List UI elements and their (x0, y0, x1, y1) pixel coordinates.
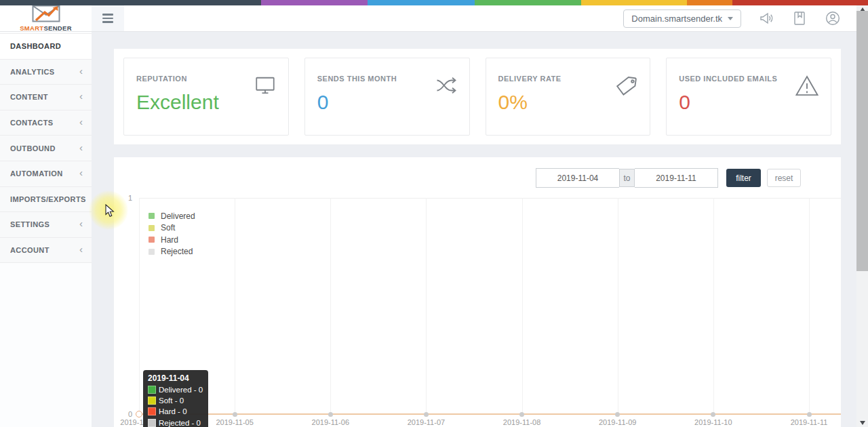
sidebar-item-contacts[interactable]: CONTACTS‹ (0, 110, 92, 136)
sidebar-item-content[interactable]: CONTENT‹ (0, 85, 92, 110)
gridline (139, 198, 140, 414)
x-axis-label: 2019-11-06 (300, 418, 361, 426)
line-chart: DeliveredSoftHardRejected 2019-11-04 Del… (139, 198, 841, 414)
legend-label: Rejected (161, 247, 193, 256)
stat-card-used-emails: USED INCLUDED EMAILS 0 (666, 58, 831, 136)
domain-selector-label: Domain.smartsender.tk (631, 14, 722, 24)
date-filter: to filter reset (536, 168, 801, 188)
book-icon[interactable] (791, 10, 808, 26)
domain-selector-dropdown[interactable]: Domain.smartsender.tk (623, 9, 741, 28)
sidebar-item-label: DASHBOARD (10, 42, 61, 50)
x-axis-label: 2019-11-10 (683, 418, 744, 426)
data-point (233, 412, 237, 417)
brand-color-stripe (0, 0, 868, 5)
legend-label: Soft (161, 223, 175, 232)
warning-triangle-icon (794, 73, 820, 102)
legend-label: Hard (161, 235, 178, 245)
legend-item-hard[interactable]: Hard (149, 234, 195, 246)
gridline (139, 198, 841, 199)
sidebar-item-automation[interactable]: AUTOMATION‹ (0, 161, 92, 187)
tag-icon (613, 73, 639, 102)
sidebar-item-analytics[interactable]: ANALYTICS‹ (0, 60, 92, 85)
zero-value-line (139, 413, 841, 415)
chevron-left-icon: ‹ (79, 218, 83, 230)
data-point (615, 412, 620, 417)
stripe-segment-orange (687, 0, 732, 5)
y-axis-label: 0 (128, 410, 132, 418)
chart-legend: DeliveredSoftHardRejected (149, 210, 195, 258)
tooltip-title: 2019-11-04 (148, 373, 203, 383)
monitor-icon (253, 73, 277, 100)
chevron-left-icon: ‹ (79, 91, 83, 102)
legend-item-delivered[interactable]: Delivered (149, 210, 195, 222)
sidebar-toggle-button[interactable] (92, 5, 124, 31)
chevron-left-icon: ‹ (79, 116, 83, 127)
x-axis-label: 2019-11-05 (204, 418, 265, 426)
envelope-logo-icon (32, 5, 60, 24)
legend-swatch (149, 213, 155, 219)
date-to-input[interactable] (635, 168, 718, 188)
stripe-segment-red (732, 0, 868, 5)
sidebar-item-label: ACCOUNT (10, 246, 50, 254)
x-axis-label: 2019-11-09 (587, 418, 648, 426)
chevron-left-icon: ‹ (79, 243, 83, 255)
sidebar-item-account[interactable]: ACCOUNT‹ (0, 238, 92, 264)
tooltip-label: Hard - 0 (159, 407, 187, 415)
stripe-segment-slate (0, 0, 261, 5)
tooltip-label: Rejected - 0 (159, 419, 201, 427)
user-icon[interactable] (825, 10, 841, 26)
legend-item-soft[interactable]: Soft (149, 222, 195, 235)
scrollbar-thumb[interactable] (856, 11, 868, 271)
sidebar-item-label: CONTACTS (10, 119, 54, 127)
data-point (807, 412, 812, 417)
gridline (235, 198, 235, 414)
chevron-left-icon: ‹ (79, 65, 83, 77)
scroll-down-arrow-icon[interactable] (860, 421, 865, 425)
header-actions: Domain.smartsender.tk (623, 9, 868, 28)
data-point (328, 412, 333, 417)
sidebar-item-dashboard[interactable]: DASHBOARD (0, 34, 92, 60)
tooltip-label: Soft - 0 (159, 396, 184, 405)
sidebar-item-label: OUTBOUND (10, 144, 56, 152)
legend-label: Delivered (161, 211, 195, 221)
caret-down-icon (728, 17, 733, 20)
tooltip-row: Soft - 0 (148, 395, 203, 406)
stripe-segment-yellow (581, 0, 687, 5)
vertical-scrollbar[interactable] (856, 5, 868, 427)
sidebar-item-label: SETTINGS (10, 220, 50, 228)
tooltip-swatch (148, 419, 156, 427)
date-from-input[interactable] (536, 168, 619, 188)
gridline (330, 198, 331, 414)
data-point (711, 412, 715, 417)
data-point (424, 412, 429, 417)
sidebar-item-outbound[interactable]: OUTBOUND‹ (0, 136, 92, 161)
legend-swatch (149, 237, 155, 243)
tooltip-label: Delivered - 0 (159, 386, 203, 394)
app-window: SMARTSENDER Domain.smartsender.tk (0, 0, 868, 427)
stripe-segment-green (475, 0, 581, 5)
tooltip-row: Rejected - 0 (148, 418, 203, 427)
tooltip-swatch (148, 386, 156, 394)
x-axis-label: 2019-11-11 (778, 418, 840, 426)
x-axis-label: 2019-11-07 (395, 418, 456, 426)
sidebar-item-settings[interactable]: SETTINGS‹ (0, 212, 92, 238)
megaphone-icon[interactable] (758, 10, 774, 26)
y-axis-label: 1 (128, 194, 132, 202)
brand-name: SMARTSENDER (20, 25, 72, 32)
brand-logo[interactable]: SMARTSENDER (0, 5, 92, 31)
sidebar-item-label: AUTOMATION (10, 169, 63, 178)
gridline (426, 198, 427, 414)
tooltip-swatch (148, 396, 156, 405)
legend-item-rejected[interactable]: Rejected (149, 246, 195, 258)
reset-button[interactable]: reset (767, 169, 801, 187)
tooltip-row: Hard - 0 (148, 406, 203, 417)
gridline (522, 198, 523, 414)
filter-button[interactable]: filter (726, 169, 761, 187)
sidebar-item-label: ANALYTICS (10, 68, 55, 76)
tooltip-row: Delivered - 0 (148, 384, 203, 395)
chart-panel: to filter reset DeliveredSoftHardRejecte… (114, 157, 841, 427)
shuffle-icon (434, 73, 458, 100)
stripe-segment-purple (261, 0, 368, 5)
sidebar-item-label: CONTENT (10, 93, 48, 101)
sidebar-item-imports-exports[interactable]: IMPORTS/EXPORTS (0, 187, 92, 213)
